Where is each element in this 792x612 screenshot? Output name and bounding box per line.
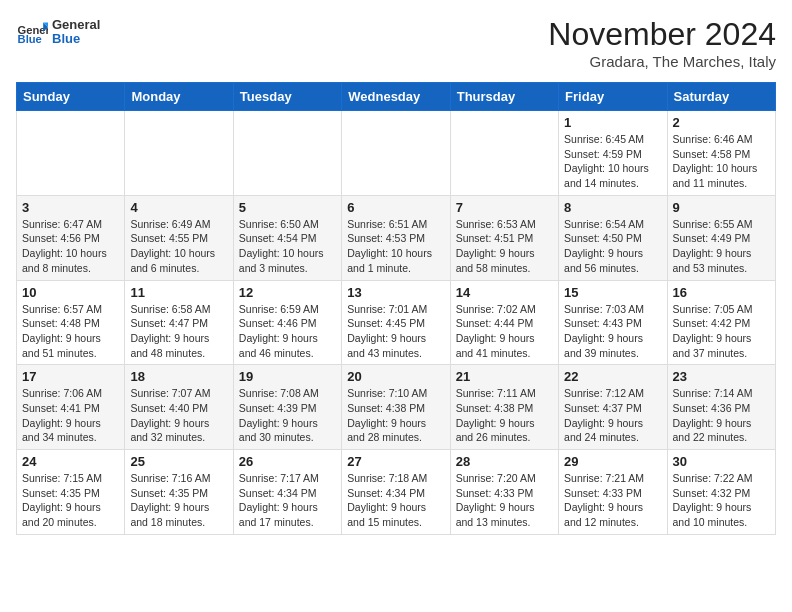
day-number: 18: [130, 369, 227, 384]
logo-blue: Blue: [52, 32, 100, 46]
calendar-day-cell: [233, 111, 341, 196]
day-of-week-header: Friday: [559, 83, 667, 111]
calendar-day-cell: 28Sunrise: 7:20 AMSunset: 4:33 PMDayligh…: [450, 450, 558, 535]
calendar-day-cell: 2Sunrise: 6:46 AMSunset: 4:58 PMDaylight…: [667, 111, 775, 196]
calendar-day-cell: 6Sunrise: 6:51 AMSunset: 4:53 PMDaylight…: [342, 195, 450, 280]
day-info: Sunrise: 6:53 AMSunset: 4:51 PMDaylight:…: [456, 217, 553, 276]
calendar-day-cell: 13Sunrise: 7:01 AMSunset: 4:45 PMDayligh…: [342, 280, 450, 365]
day-info: Sunrise: 7:22 AMSunset: 4:32 PMDaylight:…: [673, 471, 770, 530]
calendar-day-cell: 16Sunrise: 7:05 AMSunset: 4:42 PMDayligh…: [667, 280, 775, 365]
day-info: Sunrise: 6:58 AMSunset: 4:47 PMDaylight:…: [130, 302, 227, 361]
day-info: Sunrise: 6:50 AMSunset: 4:54 PMDaylight:…: [239, 217, 336, 276]
calendar-day-cell: 24Sunrise: 7:15 AMSunset: 4:35 PMDayligh…: [17, 450, 125, 535]
calendar-day-cell: 27Sunrise: 7:18 AMSunset: 4:34 PMDayligh…: [342, 450, 450, 535]
calendar-day-cell: 20Sunrise: 7:10 AMSunset: 4:38 PMDayligh…: [342, 365, 450, 450]
day-number: 6: [347, 200, 444, 215]
day-info: Sunrise: 7:15 AMSunset: 4:35 PMDaylight:…: [22, 471, 119, 530]
calendar-week-row: 17Sunrise: 7:06 AMSunset: 4:41 PMDayligh…: [17, 365, 776, 450]
day-info: Sunrise: 6:55 AMSunset: 4:49 PMDaylight:…: [673, 217, 770, 276]
day-info: Sunrise: 6:51 AMSunset: 4:53 PMDaylight:…: [347, 217, 444, 276]
day-of-week-header: Sunday: [17, 83, 125, 111]
day-number: 25: [130, 454, 227, 469]
calendar-day-cell: [125, 111, 233, 196]
calendar-day-cell: 21Sunrise: 7:11 AMSunset: 4:38 PMDayligh…: [450, 365, 558, 450]
calendar-day-cell: 8Sunrise: 6:54 AMSunset: 4:50 PMDaylight…: [559, 195, 667, 280]
calendar-day-cell: 4Sunrise: 6:49 AMSunset: 4:55 PMDaylight…: [125, 195, 233, 280]
calendar-day-cell: 12Sunrise: 6:59 AMSunset: 4:46 PMDayligh…: [233, 280, 341, 365]
day-number: 11: [130, 285, 227, 300]
calendar-day-cell: 30Sunrise: 7:22 AMSunset: 4:32 PMDayligh…: [667, 450, 775, 535]
calendar-day-cell: 22Sunrise: 7:12 AMSunset: 4:37 PMDayligh…: [559, 365, 667, 450]
day-number: 8: [564, 200, 661, 215]
day-info: Sunrise: 7:05 AMSunset: 4:42 PMDaylight:…: [673, 302, 770, 361]
svg-text:Blue: Blue: [18, 33, 42, 45]
day-number: 19: [239, 369, 336, 384]
day-info: Sunrise: 6:54 AMSunset: 4:50 PMDaylight:…: [564, 217, 661, 276]
day-number: 9: [673, 200, 770, 215]
day-info: Sunrise: 7:06 AMSunset: 4:41 PMDaylight:…: [22, 386, 119, 445]
day-number: 23: [673, 369, 770, 384]
day-info: Sunrise: 7:01 AMSunset: 4:45 PMDaylight:…: [347, 302, 444, 361]
day-number: 1: [564, 115, 661, 130]
day-info: Sunrise: 7:02 AMSunset: 4:44 PMDaylight:…: [456, 302, 553, 361]
day-info: Sunrise: 7:18 AMSunset: 4:34 PMDaylight:…: [347, 471, 444, 530]
calendar-week-row: 24Sunrise: 7:15 AMSunset: 4:35 PMDayligh…: [17, 450, 776, 535]
month-title: November 2024: [548, 16, 776, 53]
day-info: Sunrise: 6:47 AMSunset: 4:56 PMDaylight:…: [22, 217, 119, 276]
day-number: 15: [564, 285, 661, 300]
day-number: 22: [564, 369, 661, 384]
calendar-week-row: 10Sunrise: 6:57 AMSunset: 4:48 PMDayligh…: [17, 280, 776, 365]
calendar-day-cell: 7Sunrise: 6:53 AMSunset: 4:51 PMDaylight…: [450, 195, 558, 280]
day-of-week-header: Monday: [125, 83, 233, 111]
calendar-day-cell: 3Sunrise: 6:47 AMSunset: 4:56 PMDaylight…: [17, 195, 125, 280]
day-number: 16: [673, 285, 770, 300]
calendar-day-cell: 10Sunrise: 6:57 AMSunset: 4:48 PMDayligh…: [17, 280, 125, 365]
day-info: Sunrise: 7:03 AMSunset: 4:43 PMDaylight:…: [564, 302, 661, 361]
day-info: Sunrise: 6:46 AMSunset: 4:58 PMDaylight:…: [673, 132, 770, 191]
calendar-header-row: SundayMondayTuesdayWednesdayThursdayFrid…: [17, 83, 776, 111]
logo: General Blue General Blue: [16, 16, 100, 48]
day-info: Sunrise: 7:11 AMSunset: 4:38 PMDaylight:…: [456, 386, 553, 445]
logo-general: General: [52, 18, 100, 32]
day-number: 21: [456, 369, 553, 384]
day-info: Sunrise: 7:20 AMSunset: 4:33 PMDaylight:…: [456, 471, 553, 530]
day-number: 5: [239, 200, 336, 215]
day-number: 24: [22, 454, 119, 469]
day-info: Sunrise: 7:21 AMSunset: 4:33 PMDaylight:…: [564, 471, 661, 530]
day-info: Sunrise: 6:49 AMSunset: 4:55 PMDaylight:…: [130, 217, 227, 276]
day-of-week-header: Saturday: [667, 83, 775, 111]
day-of-week-header: Tuesday: [233, 83, 341, 111]
calendar-day-cell: [342, 111, 450, 196]
day-number: 4: [130, 200, 227, 215]
day-info: Sunrise: 6:57 AMSunset: 4:48 PMDaylight:…: [22, 302, 119, 361]
day-number: 14: [456, 285, 553, 300]
calendar-day-cell: 15Sunrise: 7:03 AMSunset: 4:43 PMDayligh…: [559, 280, 667, 365]
day-info: Sunrise: 7:08 AMSunset: 4:39 PMDaylight:…: [239, 386, 336, 445]
day-of-week-header: Thursday: [450, 83, 558, 111]
location: Gradara, The Marches, Italy: [548, 53, 776, 70]
calendar-table: SundayMondayTuesdayWednesdayThursdayFrid…: [16, 82, 776, 535]
day-number: 20: [347, 369, 444, 384]
page-header: General Blue General Blue November 2024 …: [16, 16, 776, 70]
day-number: 10: [22, 285, 119, 300]
calendar-day-cell: 18Sunrise: 7:07 AMSunset: 4:40 PMDayligh…: [125, 365, 233, 450]
day-number: 27: [347, 454, 444, 469]
day-number: 28: [456, 454, 553, 469]
calendar-day-cell: [17, 111, 125, 196]
day-number: 2: [673, 115, 770, 130]
day-info: Sunrise: 7:10 AMSunset: 4:38 PMDaylight:…: [347, 386, 444, 445]
calendar-day-cell: 1Sunrise: 6:45 AMSunset: 4:59 PMDaylight…: [559, 111, 667, 196]
calendar-day-cell: 26Sunrise: 7:17 AMSunset: 4:34 PMDayligh…: [233, 450, 341, 535]
day-number: 30: [673, 454, 770, 469]
day-of-week-header: Wednesday: [342, 83, 450, 111]
day-info: Sunrise: 7:07 AMSunset: 4:40 PMDaylight:…: [130, 386, 227, 445]
calendar-day-cell: 25Sunrise: 7:16 AMSunset: 4:35 PMDayligh…: [125, 450, 233, 535]
calendar-day-cell: 11Sunrise: 6:58 AMSunset: 4:47 PMDayligh…: [125, 280, 233, 365]
calendar-day-cell: 23Sunrise: 7:14 AMSunset: 4:36 PMDayligh…: [667, 365, 775, 450]
day-number: 17: [22, 369, 119, 384]
day-info: Sunrise: 7:14 AMSunset: 4:36 PMDaylight:…: [673, 386, 770, 445]
calendar-day-cell: 29Sunrise: 7:21 AMSunset: 4:33 PMDayligh…: [559, 450, 667, 535]
day-info: Sunrise: 6:45 AMSunset: 4:59 PMDaylight:…: [564, 132, 661, 191]
title-section: November 2024 Gradara, The Marches, Ital…: [548, 16, 776, 70]
day-info: Sunrise: 7:17 AMSunset: 4:34 PMDaylight:…: [239, 471, 336, 530]
